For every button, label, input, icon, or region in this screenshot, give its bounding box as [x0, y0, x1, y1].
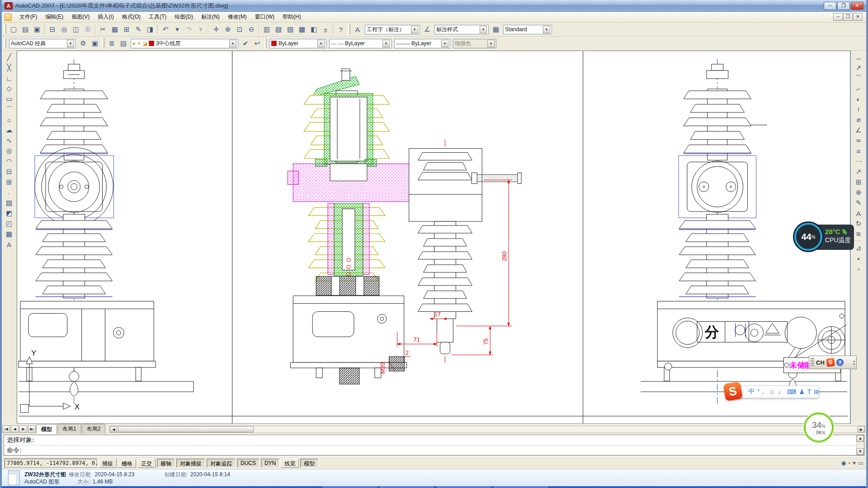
layer-on-bulb-icon[interactable]: ●: [132, 41, 136, 46]
status-menu-caret-icon[interactable]: ▾: [853, 460, 856, 466]
chevron-down-icon[interactable]: ▼: [317, 40, 325, 47]
mdi-minimize-button[interactable]: ─: [833, 13, 843, 21]
menu-help[interactable]: 帮助(H): [278, 12, 305, 22]
match-properties-icon[interactable]: ✎: [133, 24, 144, 35]
cut-icon[interactable]: ✂: [98, 24, 108, 35]
tab-nav-button[interactable]: |◀: [2, 425, 10, 433]
copy-icon[interactable]: ▦: [109, 24, 120, 35]
workspace-settings-icon[interactable]: ⚙: [78, 38, 89, 49]
aligned-dimension-icon[interactable]: ↗: [853, 63, 864, 73]
communication-center-icon[interactable]: ◉: [841, 460, 846, 466]
command-scrollbar[interactable]: ▲▼: [856, 435, 864, 455]
angular-icon[interactable]: ∠: [853, 125, 864, 135]
punctuation-icon[interactable]: °，: [756, 388, 767, 396]
scrollbar-thumb[interactable]: [118, 426, 254, 432]
tab-model[interactable]: 模型: [36, 424, 57, 434]
layer-previous-icon[interactable]: ↩: [252, 38, 263, 49]
ordinate-icon[interactable]: ⌐: [853, 84, 864, 94]
clean-screen-icon[interactable]: ▭: [858, 460, 863, 466]
zoom-realtime-icon[interactable]: ⊕: [222, 24, 233, 35]
block-editor-icon[interactable]: ◨: [145, 24, 156, 35]
soft-keyboard-icon[interactable]: ⌨: [786, 388, 797, 395]
insert-block-icon[interactable]: ⊟: [4, 167, 14, 177]
text-style-manager-icon[interactable]: A: [352, 24, 363, 35]
quickcalc-icon[interactable]: ±: [320, 24, 331, 35]
scroll-left-icon[interactable]: ◀: [110, 426, 117, 432]
toggle-grid[interactable]: 栅格: [118, 459, 136, 468]
layer-properties-manager-icon[interactable]: ≣: [106, 38, 117, 49]
center-mark-icon[interactable]: ⊕: [853, 188, 864, 197]
color-combo[interactable]: ByLayer ▼: [269, 39, 326, 48]
toggle-otrack[interactable]: 对象追踪: [207, 459, 236, 468]
undo-icon[interactable]: ↶: [160, 24, 171, 35]
revision-cloud-icon[interactable]: ☁: [4, 125, 14, 135]
tolerance-icon[interactable]: ⊞: [853, 177, 864, 187]
zoom-window-icon[interactable]: ⊡: [234, 24, 245, 35]
save-icon[interactable]: ▣: [32, 24, 42, 35]
menu-format[interactable]: 格式(O): [118, 12, 145, 22]
toggle-snap[interactable]: 捕捉: [99, 459, 117, 468]
sogou-toolbar[interactable]: S 中°，☺♩⌨♟T⊞: [724, 384, 819, 399]
voice-input-icon[interactable]: ♩: [777, 388, 785, 395]
chevron-down-icon[interactable]: ▼: [382, 40, 390, 47]
snap-endpoint-icon[interactable]: ▫: [853, 264, 864, 274]
3d-dwf-icon[interactable]: ☉: [82, 24, 93, 35]
skin-icon[interactable]: T: [807, 388, 812, 395]
taskbar-sliver[interactable]: [2, 486, 866, 488]
layer-lock-icon[interactable]: ◪: [143, 41, 147, 47]
radius-icon[interactable]: ◐: [853, 94, 864, 104]
tab-layout2[interactable]: 布局2: [82, 424, 106, 434]
download-progress-widget[interactable]: 34% ↓ 0K/s: [804, 413, 834, 442]
minimize-button[interactable]: ─: [824, 2, 836, 10]
close-button[interactable]: ✕: [851, 2, 863, 10]
quick-leader-icon[interactable]: ↗: [853, 167, 864, 177]
menu-file[interactable]: 文件(F): [15, 12, 41, 22]
polygon-icon[interactable]: ◇: [4, 84, 14, 94]
coordinate-display[interactable]: 77805.9714, -114792.8974, 0.0000: [5, 459, 97, 468]
toggle-ortho[interactable]: 正交: [137, 459, 156, 468]
line-icon[interactable]: ╱: [4, 52, 14, 62]
tab-nav-button[interactable]: ▶: [19, 425, 27, 433]
sogou-ime-icon[interactable]: S: [826, 358, 835, 367]
menu-dimension[interactable]: 标注(N): [197, 12, 224, 22]
mdi-restore-button[interactable]: ❐: [843, 13, 853, 21]
baseline-dimension-icon[interactable]: ≡: [853, 146, 864, 156]
spline-icon[interactable]: ∿: [4, 136, 14, 145]
arc-icon[interactable]: ⌒: [4, 104, 14, 114]
plot-icon[interactable]: ⊟: [47, 24, 58, 35]
menu-view[interactable]: 视图(V): [67, 12, 94, 22]
rectangle-icon[interactable]: ▭: [4, 94, 14, 104]
chevron-down-icon[interactable]: ▼: [480, 26, 487, 33]
hatch-icon[interactable]: ▨: [4, 198, 14, 208]
arc-length-icon[interactable]: ⌒: [853, 73, 864, 83]
diameter-icon[interactable]: ⌀: [853, 115, 864, 125]
multiline-text-icon[interactable]: A: [4, 239, 14, 249]
zoom-previous-icon[interactable]: ⊖: [246, 24, 257, 35]
menu-modify[interactable]: 修改(M): [224, 12, 251, 22]
jogged-icon[interactable]: ≀: [853, 104, 864, 114]
tab-layout1[interactable]: 布局1: [57, 424, 81, 434]
linear-dimension-icon[interactable]: ↔: [853, 52, 864, 62]
table-style-combo[interactable]: Standard ▼: [503, 25, 552, 34]
tab-nav-button[interactable]: ◀: [11, 425, 19, 433]
toggle-lineweight[interactable]: 线宽: [281, 459, 299, 468]
undo-list-arrow-icon[interactable]: ▾: [172, 24, 183, 35]
menu-edit[interactable]: 编辑(E): [41, 12, 67, 22]
horizontal-scrollbar[interactable]: ◀ ▶: [109, 426, 865, 433]
table-style-manager-icon[interactable]: ▦: [491, 24, 501, 35]
designcenter-icon[interactable]: ▧: [273, 24, 284, 35]
tool-palettes-icon[interactable]: ▨: [285, 24, 296, 35]
open-icon[interactable]: ▤: [20, 24, 31, 35]
toggle-polar[interactable]: 极轴: [157, 459, 175, 468]
minimize-langbar-icon[interactable]: ▴▾: [853, 359, 855, 366]
save-workspace-icon[interactable]: ▣: [90, 38, 100, 49]
chevron-down-icon[interactable]: ▼: [441, 40, 448, 47]
markup-set-manager-icon[interactable]: ◧: [308, 24, 319, 35]
language-indicator[interactable]: CH: [816, 359, 825, 366]
login-icon[interactable]: ♟: [798, 388, 806, 395]
dim-style-manager-icon[interactable]: ∠: [422, 24, 433, 35]
toolbar-grip[interactable]: [4, 38, 6, 48]
layer-states-icon[interactable]: ▤: [118, 38, 129, 49]
dimension-update-icon[interactable]: ↻: [853, 219, 864, 229]
command-input-line[interactable]: 命令:: [4, 446, 864, 456]
